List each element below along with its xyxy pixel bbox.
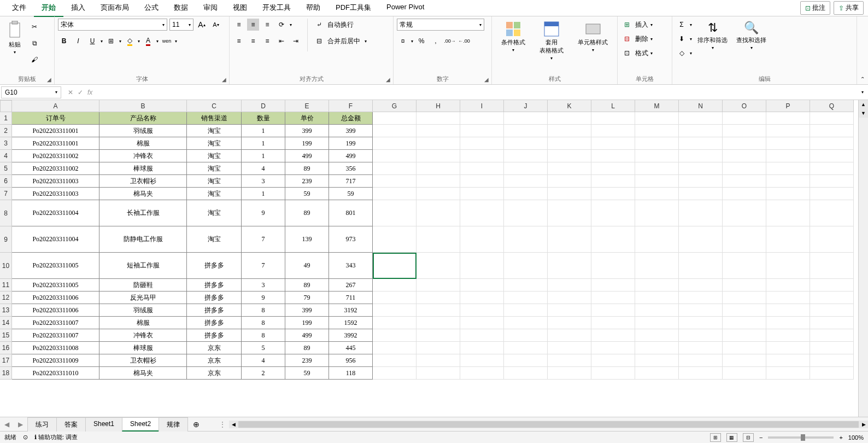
share-button[interactable]: ⇪共享: [834, 1, 864, 15]
data-cell[interactable]: 1: [242, 188, 285, 200]
cell[interactable]: [373, 188, 417, 200]
data-cell[interactable]: 3: [242, 175, 285, 188]
cell[interactable]: [766, 317, 810, 329]
data-cell[interactable]: 59: [285, 188, 329, 200]
data-cell[interactable]: 棉马夹: [99, 367, 187, 380]
macro-record-icon[interactable]: ⊙: [23, 434, 28, 441]
row-header-2[interactable]: 2: [0, 125, 12, 137]
cell[interactable]: [635, 200, 679, 226]
data-cell[interactable]: 49: [285, 253, 329, 279]
data-cell[interactable]: 1592: [329, 317, 373, 329]
data-cell[interactable]: Po202203311006: [12, 292, 99, 304]
data-cell[interactable]: 399: [329, 125, 373, 137]
cell[interactable]: [460, 354, 504, 367]
cell[interactable]: [548, 354, 591, 367]
data-cell[interactable]: 1: [242, 150, 285, 162]
cell[interactable]: [723, 175, 766, 188]
data-cell[interactable]: 卫衣帽衫: [99, 175, 187, 188]
cell[interactable]: [373, 150, 417, 162]
row-header-18[interactable]: 18: [0, 367, 12, 380]
cell[interactable]: [766, 279, 810, 292]
menu-tab-2[interactable]: 插入: [63, 0, 93, 17]
data-cell[interactable]: Po202203311009: [12, 354, 99, 367]
scroll-down-icon[interactable]: ▼: [859, 109, 868, 118]
cell[interactable]: [766, 329, 810, 342]
col-header-B[interactable]: B: [99, 100, 187, 112]
data-cell[interactable]: 199: [329, 137, 373, 150]
cell[interactable]: [591, 137, 635, 150]
cell[interactable]: [373, 200, 417, 226]
cell[interactable]: [810, 342, 854, 354]
find-select-button[interactable]: 🔍 查找和选择▾: [733, 19, 770, 53]
cell[interactable]: [810, 112, 854, 125]
menu-tab-8[interactable]: 开发工具: [255, 0, 298, 17]
selected-cell[interactable]: [373, 253, 417, 279]
format-painter-icon[interactable]: 🖌: [28, 54, 40, 66]
cell[interactable]: [766, 112, 810, 125]
cell[interactable]: [460, 292, 504, 304]
data-cell[interactable]: Po202203311008: [12, 342, 99, 354]
cell[interactable]: [504, 112, 548, 125]
data-cell[interactable]: 1: [242, 125, 285, 137]
cell[interactable]: [417, 175, 460, 188]
data-cell[interactable]: 973: [329, 226, 373, 253]
data-cell[interactable]: 淘宝: [187, 188, 242, 200]
cell[interactable]: [766, 188, 810, 200]
cell[interactable]: [635, 188, 679, 200]
cell[interactable]: [548, 188, 591, 200]
menu-tab-3[interactable]: 页面布局: [93, 0, 137, 17]
cell[interactable]: [417, 112, 460, 125]
cell[interactable]: [548, 304, 591, 317]
col-header-P[interactable]: P: [766, 100, 810, 112]
cell[interactable]: [679, 317, 723, 329]
header-cell[interactable]: 销售渠道: [187, 112, 242, 125]
cell[interactable]: [766, 342, 810, 354]
cell[interactable]: [417, 137, 460, 150]
data-cell[interactable]: Po202203311004: [12, 226, 99, 253]
data-cell[interactable]: 淘宝: [187, 162, 242, 175]
data-cell[interactable]: 淘宝: [187, 137, 242, 150]
data-cell[interactable]: 3992: [329, 329, 373, 342]
data-cell[interactable]: Po202203311001: [12, 137, 99, 150]
cell[interactable]: [460, 162, 504, 175]
cell[interactable]: [591, 304, 635, 317]
cell[interactable]: [679, 292, 723, 304]
normal-view-icon[interactable]: ⊞: [710, 433, 721, 442]
sheet-nav-next-icon[interactable]: ▶: [14, 421, 27, 428]
data-cell[interactable]: 3192: [329, 304, 373, 317]
data-cell[interactable]: Po202203311003: [12, 188, 99, 200]
col-header-H[interactable]: H: [417, 100, 460, 112]
data-cell[interactable]: 956: [329, 354, 373, 367]
cell[interactable]: [723, 125, 766, 137]
cell[interactable]: [679, 162, 723, 175]
cell[interactable]: [766, 304, 810, 317]
autosum-button[interactable]: Σ▾: [676, 19, 692, 31]
data-cell[interactable]: 4: [242, 354, 285, 367]
data-cell[interactable]: 3: [242, 279, 285, 292]
cell[interactable]: [810, 292, 854, 304]
cell[interactable]: [504, 342, 548, 354]
data-cell[interactable]: 7: [242, 226, 285, 253]
cell[interactable]: [417, 367, 460, 380]
col-header-I[interactable]: I: [460, 100, 504, 112]
data-cell[interactable]: 淘宝: [187, 226, 242, 253]
zoom-slider[interactable]: [768, 436, 834, 439]
name-box[interactable]: G10▾: [1, 86, 61, 98]
cell[interactable]: [723, 137, 766, 150]
cell[interactable]: [504, 304, 548, 317]
data-cell[interactable]: 淘宝: [187, 175, 242, 188]
cell[interactable]: [723, 162, 766, 175]
col-header-K[interactable]: K: [548, 100, 591, 112]
cell[interactable]: [504, 354, 548, 367]
cell[interactable]: [635, 253, 679, 279]
cell[interactable]: [810, 200, 854, 226]
cell[interactable]: [766, 226, 810, 253]
cell[interactable]: [723, 226, 766, 253]
cell[interactable]: [373, 175, 417, 188]
cell[interactable]: [504, 175, 548, 188]
cell[interactable]: [460, 304, 504, 317]
cell[interactable]: [460, 200, 504, 226]
row-header-6[interactable]: 6: [0, 175, 12, 188]
col-header-C[interactable]: C: [187, 100, 242, 112]
cell[interactable]: [766, 125, 810, 137]
